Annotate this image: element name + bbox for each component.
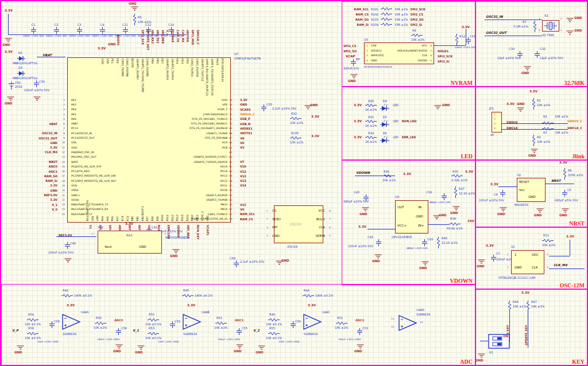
net-label: CLK_M4: [2, 150, 57, 154]
comp-part: REF3030AIDBZR: [165, 236, 189, 239]
resistor-icon: [542, 239, 554, 243]
pin-cell: VSS: [105, 59, 110, 96]
pin-number: 12: [57, 151, 67, 154]
net-label: V9: [237, 208, 244, 211]
net-label: GND: [354, 350, 362, 353]
net-label: GND: [517, 103, 525, 106]
resistor-icon: [449, 222, 461, 226]
jlink-block: JP1 1 2 3 4 4P 3.3V GND SWDIO SWCLK 3.3V…: [475, 86, 588, 161]
net-label: 3.3V: [486, 244, 494, 248]
net-label: GND: [559, 214, 567, 217]
comp-value: 32.768K: [542, 34, 554, 37]
adc-stage: R45 140K ±0.1% 3.3V U44B SGM8634 R50 10K…: [133, 288, 253, 363]
comp-part: OT3EL89CJB-111VLC-12M: [498, 277, 535, 279]
pin-number: 2: [560, 18, 562, 20]
net-label: 232RX8: [171, 30, 174, 42]
comp-value: 100nF ±10% 50V: [92, 34, 113, 37]
resistor-icon: [532, 135, 536, 146]
pin-number: 2: [507, 266, 509, 268]
nvram-chip-pins: 1 CS# VCC 8 2 DO(IO1) HOLD#orRESET#(IO3)…: [366, 43, 432, 63]
pin-number: 64: [227, 151, 237, 154]
pin-row: 4 GND DI(IO0) 5: [366, 58, 432, 63]
net-label: OSC32_OUT: [486, 32, 506, 35]
crystal-icon: [542, 20, 559, 32]
pin-cell: USART2_TX/PD5: [170, 59, 175, 96]
pin-name: PC9: [149, 141, 227, 144]
comp-ref: R50: [149, 313, 154, 316]
net-cell: V1: [88, 225, 98, 256]
capacitor-icon: [233, 260, 239, 267]
comp-part: STM32F407VET6: [234, 57, 261, 61]
resistor-icon: [215, 321, 227, 325]
net-label: 24V: [467, 220, 474, 223]
net-label: GND: [521, 72, 529, 75]
capacitor-icon: [30, 27, 37, 34]
net-label: HOLD1: [438, 50, 448, 53]
block-title: LED: [461, 153, 473, 159]
pin-cell: UART4_RX/USART3_RX/PC11: [204, 59, 210, 96]
net-label: RAM_SI: [348, 23, 369, 26]
comp-ref: C35: [266, 103, 272, 106]
comp-value: 680pF ±10% 50V: [407, 247, 428, 250]
pin-number: 3: [547, 266, 548, 268]
pin-name: USART6_TX/SDIO_D6/PC6: [149, 161, 227, 163]
comp-ref: R53: [149, 327, 154, 330]
comp-ref: D4: [383, 99, 387, 103]
pin-name: PE11: [167, 215, 169, 221]
net-label: SPI2_SO: [343, 50, 357, 53]
pin-name: PE0: [115, 59, 118, 64]
comp-ref: R3: [543, 131, 547, 134]
pin-name: PC8: [149, 146, 227, 149]
gnd-icon: [452, 206, 460, 211]
net-label: RAM_SO: [348, 18, 369, 21]
comp-value: MBR120VLSFT1G: [13, 77, 37, 80]
comp-value: 10K ±0.1%: [266, 323, 282, 326]
pin-name: DO(IO1): [371, 49, 390, 52]
pin-number: 74: [227, 103, 237, 106]
net-label: GND: [256, 351, 264, 355]
comp-ref: R1: [537, 99, 541, 102]
net-label: GND: [129, 2, 137, 6]
pin-name: OTG_FS_SOF/PA8: [149, 137, 227, 139]
pin-row: PD12 58 V13: [149, 178, 339, 183]
capacitor-icon: [53, 27, 60, 34]
net-label: GND: [439, 214, 447, 217]
comp-value: 12pF ±10% 50V: [497, 57, 521, 60]
comp-ref: U44D: [416, 309, 424, 312]
net-label: V_2: [253, 329, 260, 333]
pin-name: PH0/PHO_OSC_IN: [67, 151, 94, 154]
pin-name: PD7: [161, 59, 164, 64]
comp-value: 100nF ±10% 50V: [46, 34, 67, 37]
pin-name: VREF+: [67, 194, 80, 197]
pin-name: VDC: [532, 254, 539, 257]
comp-ref: C2: [55, 23, 59, 26]
pin-name: PA4: [102, 216, 105, 221]
comp-ref: C49: [230, 257, 235, 260]
block-title: ADC: [460, 359, 473, 365]
pin-number: 20: [57, 189, 67, 192]
pin-name: VDD: [100, 59, 103, 64]
comp-ref: C4: [100, 23, 105, 26]
net-label: OSC32_IN: [486, 15, 503, 19]
comp-ref: D1: [18, 52, 22, 54]
gnd-icon: [236, 344, 243, 349]
net-label: VBAT: [2, 122, 57, 126]
comp-value: 10K ±1%: [382, 179, 396, 182]
pin-cell: BOOT0: [130, 59, 135, 96]
pin-cell: USART1_TX/CAN2_TX/PB6: [140, 59, 145, 96]
pin-name: PE8: [152, 216, 154, 221]
net-label: USB_P: [237, 117, 250, 120]
battery-icon: [8, 81, 15, 89]
net-label: 3.3V: [354, 119, 362, 123]
pin-name: PH1/PH1_OSC_OUT: [67, 155, 96, 158]
resistor-icon: [365, 119, 377, 123]
comp-value: 100nF ±10% 50V: [455, 46, 476, 49]
capacitor-icon: [441, 193, 447, 200]
pin-number: 51: [227, 213, 237, 216]
comp-ref: R2: [543, 115, 547, 118]
pin-name: PC1/ETH_MDC: [67, 170, 90, 173]
pin-name: CAN1_RX/PD0: [195, 59, 198, 77]
net-label: 3.3V: [354, 103, 362, 107]
comp-value: 10K ±1%: [290, 122, 303, 124]
pin-number: 1: [266, 209, 272, 212]
